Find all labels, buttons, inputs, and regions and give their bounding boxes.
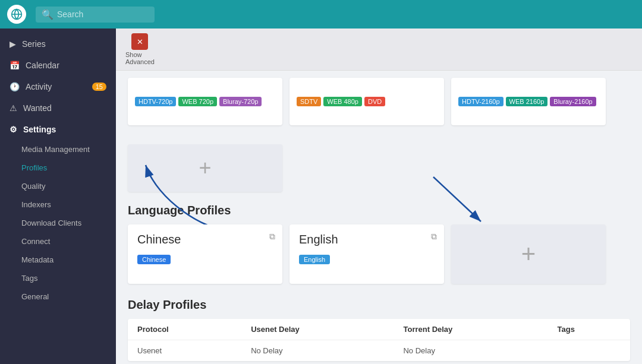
col-torrent-delay: Torrent Delay — [394, 319, 547, 340]
sidebar-item-series[interactable]: ▶ Series — [0, 33, 116, 55]
show-advanced-icon: ✕ — [131, 33, 148, 50]
sidebar-item-label: Activity — [26, 82, 52, 91]
delay-torrent: No Delay — [394, 340, 547, 362]
add-quality-profile-icon: + — [199, 156, 211, 181]
search-icon: 🔍 — [42, 9, 54, 20]
sidebar-subitem-indexers[interactable]: Indexers — [0, 195, 116, 214]
badge-hdtv-720: HDTV-720p — [135, 97, 176, 106]
col-tags: Tags — [548, 319, 630, 340]
badge-bluray-2160: Bluray-2160p — [550, 97, 596, 106]
show-advanced-button[interactable]: ✕ ShowAdvanced — [125, 33, 155, 65]
quality-badges-sd: SDTV WEB 480p DVD — [297, 97, 437, 106]
copy-icon-english[interactable]: ⧉ — [431, 232, 437, 242]
activity-badge: 15 — [92, 83, 106, 91]
sidebar-subitem-download-clients[interactable]: Download Clients — [0, 214, 116, 232]
sidebar-subitem-quality[interactable]: Quality — [0, 177, 116, 195]
col-usenet-delay: Usenet Delay — [241, 319, 394, 340]
sidebar-item-label: Wanted — [23, 103, 52, 113]
quality-profile-card-sd[interactable]: SDTV WEB 480p DVD — [289, 78, 444, 125]
settings-icon: ⚙ — [10, 125, 17, 134]
copy-icon-chinese[interactable]: ⧉ — [269, 232, 275, 242]
quality-badges-720: HDTV-720p WEB 720p Bluray-720p — [135, 97, 275, 106]
col-protocol: Protocol — [128, 319, 241, 340]
content-area: ✕ ShowAdvanced HDTV-720p WEB 720p Bluray… — [116, 29, 642, 364]
delay-profiles-table: Protocol Usenet Delay Torrent Delay Tags… — [128, 319, 630, 361]
topbar: 🔍 — [0, 0, 642, 29]
badge-web-720: WEB 720p — [178, 97, 217, 106]
quality-profile-card-720[interactable]: HDTV-720p WEB 720p Bluray-720p — [128, 78, 282, 125]
english-lang-badge: English — [299, 255, 330, 264]
search-input[interactable] — [57, 10, 146, 19]
quality-profiles-row: HDTV-720p WEB 720p Bluray-720p SDTV WEB … — [128, 71, 630, 132]
series-icon: ▶ — [10, 39, 16, 49]
sidebar: ▶ Series 📅 Calendar 🕐 Activity 15 ⚠ Want… — [0, 29, 116, 364]
sidebar-item-wanted[interactable]: ⚠ Wanted — [0, 97, 116, 119]
badge-dvd: DVD — [364, 97, 385, 106]
show-advanced-label: ShowAdvanced — [125, 51, 155, 65]
quality-profile-card-4k[interactable]: HDTV-2160p WEB 2160p Bluray-2160p — [451, 78, 606, 125]
badge-hdtv-2160: HDTV-2160p — [458, 97, 503, 106]
language-profile-english[interactable]: ⧉ English English — [289, 224, 444, 284]
sidebar-item-label: Calendar — [26, 61, 59, 70]
badge-web-2160: WEB 2160p — [506, 97, 548, 106]
add-quality-profile-button[interactable]: + — [128, 144, 282, 192]
sidebar-subitem-connect[interactable]: Connect — [0, 232, 116, 251]
language-profiles-row: ⧉ Chinese Chinese ⧉ English English — [128, 224, 630, 284]
badge-sdtv: SDTV — [297, 97, 321, 106]
delay-profile-row: Usenet No Delay No Delay — [128, 340, 630, 362]
sidebar-settings-section[interactable]: ⚙ Settings — [0, 119, 116, 140]
language-profiles-heading: Language Profiles — [128, 204, 630, 217]
badge-bluray-720: Bluray-720p — [219, 97, 262, 106]
app-logo[interactable] — [7, 5, 26, 24]
add-language-profile-icon: + — [521, 240, 536, 268]
sidebar-subitem-general[interactable]: General — [0, 287, 116, 306]
delay-profiles-section: Delay Profiles Protocol Usenet Delay Tor… — [128, 298, 630, 361]
calendar-icon: 📅 — [10, 61, 20, 70]
delay-tags — [548, 340, 630, 362]
sidebar-item-calendar[interactable]: 📅 Calendar — [0, 55, 116, 76]
sidebar-item-label: Series — [22, 39, 46, 49]
sidebar-subitem-tags[interactable]: Tags — [0, 269, 116, 287]
sidebar-subitem-profiles[interactable]: Profiles — [0, 159, 116, 177]
delay-protocol: Usenet — [128, 340, 241, 362]
badge-web-480: WEB 480p — [323, 97, 362, 106]
quality-badges-4k: HDTV-2160p WEB 2160p Bluray-2160p — [458, 97, 599, 106]
search-box[interactable]: 🔍 — [36, 7, 155, 23]
chinese-profile-title: Chinese — [137, 233, 273, 246]
language-profile-chinese[interactable]: ⧉ Chinese Chinese — [128, 224, 282, 284]
sidebar-item-activity[interactable]: 🕐 Activity 15 — [0, 76, 116, 97]
wanted-icon: ⚠ — [10, 103, 17, 113]
show-advanced-bar: ✕ ShowAdvanced — [116, 29, 642, 71]
delay-profiles-heading: Delay Profiles — [128, 298, 630, 312]
english-profile-title: English — [299, 233, 435, 246]
sidebar-subitem-metadata[interactable]: Metadata — [0, 251, 116, 269]
delay-usenet: No Delay — [241, 340, 394, 362]
add-language-profile-button[interactable]: + — [451, 224, 606, 284]
activity-icon: 🕐 — [10, 82, 20, 91]
sidebar-subitem-media-management[interactable]: Media Management — [0, 140, 116, 159]
chinese-lang-badge: Chinese — [137, 255, 171, 264]
